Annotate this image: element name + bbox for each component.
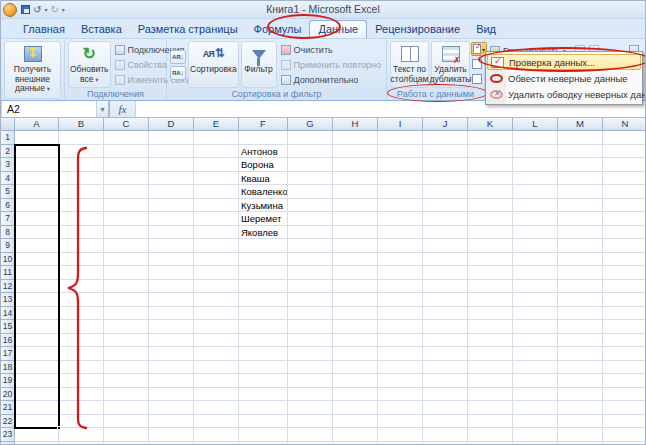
cell-E12[interactable] xyxy=(194,280,239,294)
cell-B20[interactable] xyxy=(59,388,104,402)
cell-N21[interactable] xyxy=(603,401,645,415)
cell-L1[interactable] xyxy=(513,131,558,145)
cell-M3[interactable] xyxy=(558,158,603,172)
cell-K2[interactable] xyxy=(468,145,513,159)
cell-K8[interactable] xyxy=(468,226,513,240)
cell-H7[interactable] xyxy=(333,212,378,226)
cell-H9[interactable] xyxy=(333,239,378,253)
cell-B17[interactable] xyxy=(59,347,104,361)
cell-E24[interactable] xyxy=(194,442,239,445)
cell-B8[interactable] xyxy=(59,226,104,240)
cell-H14[interactable] xyxy=(333,307,378,321)
name-box[interactable]: A2 xyxy=(1,101,97,117)
selection-border[interactable] xyxy=(14,144,60,429)
cell-F15[interactable] xyxy=(239,320,288,334)
cell-D24[interactable] xyxy=(149,442,194,445)
cell-I17[interactable] xyxy=(378,347,423,361)
cell-G4[interactable] xyxy=(288,172,333,186)
cell-I20[interactable] xyxy=(378,388,423,402)
cell-K14[interactable] xyxy=(468,307,513,321)
cell-D3[interactable] xyxy=(149,158,194,172)
cell-B10[interactable] xyxy=(59,253,104,267)
cell-I3[interactable] xyxy=(378,158,423,172)
cell-E10[interactable] xyxy=(194,253,239,267)
cell-J18[interactable] xyxy=(423,361,468,375)
undo-icon[interactable]: ↺ xyxy=(33,5,41,15)
cell-E18[interactable] xyxy=(194,361,239,375)
cell-K22[interactable] xyxy=(468,415,513,429)
column-header-C[interactable]: C xyxy=(104,118,149,131)
menu-item-circle-invalid-data[interactable]: Обвести неверные данные xyxy=(487,70,641,86)
cell-C19[interactable] xyxy=(104,374,149,388)
cell-G3[interactable] xyxy=(288,158,333,172)
cell-H8[interactable] xyxy=(333,226,378,240)
cell-C6[interactable] xyxy=(104,199,149,213)
cell-H22[interactable] xyxy=(333,415,378,429)
column-header-M[interactable]: M xyxy=(558,118,603,131)
menu-item-clear-validation-circles[interactable]: Удалить обводку неверных данных xyxy=(487,86,641,102)
text-to-columns-button[interactable]: Текст по столбцам xyxy=(390,41,429,88)
row-header-8[interactable]: 8 xyxy=(1,226,15,240)
cell-I9[interactable] xyxy=(378,239,423,253)
menu-item-data-validation[interactable]: Проверка данных... xyxy=(487,54,641,70)
sort-desc-button[interactable]: ЯА xyxy=(170,66,186,80)
cell-C16[interactable] xyxy=(104,334,149,348)
cell-G17[interactable] xyxy=(288,347,333,361)
column-header-H[interactable]: H xyxy=(333,118,378,131)
cell-N15[interactable] xyxy=(603,320,645,334)
cell-E4[interactable] xyxy=(194,172,239,186)
cell-F21[interactable] xyxy=(239,401,288,415)
cell-N18[interactable] xyxy=(603,361,645,375)
cell-J5[interactable] xyxy=(423,185,468,199)
cell-I4[interactable] xyxy=(378,172,423,186)
cell-F24[interactable] xyxy=(239,442,288,445)
cell-M2[interactable] xyxy=(558,145,603,159)
cell-J3[interactable] xyxy=(423,158,468,172)
column-header-N[interactable]: N xyxy=(603,118,645,131)
row-header-5[interactable]: 5 xyxy=(1,185,15,199)
row-header-6[interactable]: 6 xyxy=(1,199,15,213)
cell-L5[interactable] xyxy=(513,185,558,199)
cell-C10[interactable] xyxy=(104,253,149,267)
cell-N3[interactable] xyxy=(603,158,645,172)
cell-I23[interactable] xyxy=(378,428,423,442)
cell-C4[interactable] xyxy=(104,172,149,186)
cell-H2[interactable] xyxy=(333,145,378,159)
cell-G12[interactable] xyxy=(288,280,333,294)
row-header-21[interactable]: 21 xyxy=(1,401,15,415)
cell-L20[interactable] xyxy=(513,388,558,402)
column-header-B[interactable]: B xyxy=(59,118,104,131)
cell-N17[interactable] xyxy=(603,347,645,361)
cell-M4[interactable] xyxy=(558,172,603,186)
cell-E9[interactable] xyxy=(194,239,239,253)
column-header-J[interactable]: J xyxy=(423,118,468,131)
cell-J1[interactable] xyxy=(423,131,468,145)
cell-I14[interactable] xyxy=(378,307,423,321)
cell-G10[interactable] xyxy=(288,253,333,267)
cell-G16[interactable] xyxy=(288,334,333,348)
cell-B16[interactable] xyxy=(59,334,104,348)
cell-J10[interactable] xyxy=(423,253,468,267)
cell-E1[interactable] xyxy=(194,131,239,145)
cell-D11[interactable] xyxy=(149,266,194,280)
cell-N9[interactable] xyxy=(603,239,645,253)
cell-K24[interactable] xyxy=(468,442,513,445)
cell-N11[interactable] xyxy=(603,266,645,280)
cell-L6[interactable] xyxy=(513,199,558,213)
cell-F10[interactable] xyxy=(239,253,288,267)
cell-G22[interactable] xyxy=(288,415,333,429)
cell-L24[interactable] xyxy=(513,442,558,445)
cell-F12[interactable] xyxy=(239,280,288,294)
cell-H11[interactable] xyxy=(333,266,378,280)
cell-E13[interactable] xyxy=(194,293,239,307)
cell-L16[interactable] xyxy=(513,334,558,348)
cell-L2[interactable] xyxy=(513,145,558,159)
cell-M12[interactable] xyxy=(558,280,603,294)
cell-N1[interactable] xyxy=(603,131,645,145)
column-header-A[interactable]: A xyxy=(15,118,59,131)
tab-formulas[interactable]: Формулы xyxy=(246,21,310,38)
cell-E19[interactable] xyxy=(194,374,239,388)
cell-K21[interactable] xyxy=(468,401,513,415)
cell-B21[interactable] xyxy=(59,401,104,415)
cell-F22[interactable] xyxy=(239,415,288,429)
